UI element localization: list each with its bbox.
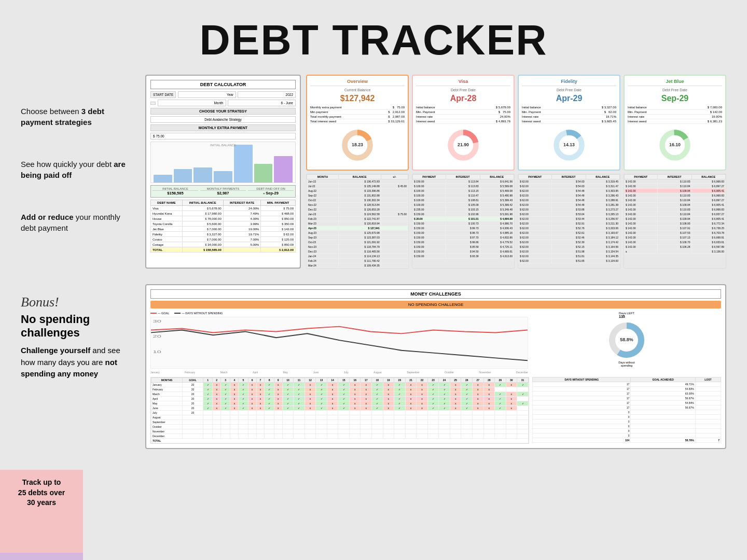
table-row: Apr-23$ 127,941 [307, 226, 408, 231]
table-row: Visa$ 5,678.0024.00%$ 75.00 [151, 206, 296, 211]
mc-line-chart: 30 20 10 [150, 317, 528, 369]
summary-initial-balance: INITIAL BALANCE $158,585 [153, 187, 198, 195]
svg-text:20: 20 [153, 334, 162, 339]
jetblue-card-value: Sep-29 [628, 94, 722, 103]
fidelity-card-header: Fidelity [522, 79, 616, 86]
table-row: Oct-22$ 130,302.34 [307, 198, 408, 203]
monthly-payments-label: MONTHLY PAYMENTS [200, 187, 246, 191]
table-row: Aug-22$ 133,396.86 [307, 189, 408, 193]
table-row: Cottage$ 34,000.005.00%$ 850.00 [151, 242, 296, 247]
list-item: May20✓x✓x✓xx✓x✓✓x✓x✓xx✓x✓xx✓✓x✓xx✓x✓ [151, 401, 529, 406]
annotation-monthly: Add or reduce your monthly debt payment [21, 212, 135, 233]
initial-balance-label: INITIAL BALANCE [153, 187, 198, 191]
visa-card-value: Apr-28 [416, 94, 510, 103]
mc-donut-area: Days LEFT 135 58.8% Days withoutspending [532, 312, 721, 367]
bonus-title: Bonus! [21, 295, 135, 310]
fidelity-payment-table: PAYMENT INTEREST BALANCE $ 62.00$ 54.63$… [518, 174, 620, 269]
mc-data-table: MONTHSGOAL 12345678910111213141516171819… [150, 377, 721, 444]
jetblue-card-header: Jet Blue [628, 79, 722, 86]
mc-grid: MONTHSGOAL 12345678910111213141516171819… [150, 377, 529, 444]
table-row: Jan-24$ 114,134.13 [307, 254, 408, 259]
col-min-payment: MIN. PAYMENT [261, 200, 296, 206]
no-spending-subtitle: NO SPENDING CHALLENGE [150, 301, 721, 309]
svg-text:16.10: 16.10 [669, 142, 681, 147]
spreadsheet-panel: DEBT CALCULATOR START DATE Year 2022 Mon… [145, 75, 301, 269]
col-initial-balance: INITIAL BALANCE [182, 200, 223, 206]
overview-card-sub: Current Balance [310, 88, 405, 92]
extra-payment-value[interactable]: $ 75.00 [150, 133, 296, 139]
payment-tables-row: MONTH BALANCE +/- Jun-22$ 136,472.83Jul-… [306, 174, 726, 269]
svg-text:21.90: 21.90 [458, 142, 469, 147]
spreadsheet-title: DEBT CALCULATOR [150, 80, 296, 89]
overview-card-header: Overview [310, 79, 405, 86]
bar-toyota [214, 171, 232, 183]
bubble-custom: Up to 5 customed challenges [0, 553, 83, 560]
table-row: Oct-23$ 121,091.92 [307, 240, 408, 245]
overview-donut: 18.23 [310, 127, 405, 163]
debt-paid-off-label: DEBT PAID OFF ON [248, 187, 294, 191]
table-row: Dec-22$ 126,653.28 [307, 207, 408, 212]
list-item: April20✓x✓x✓xx✓x✓✓x✓x✓xx✓x✓xx✓✓x✓xx✓x [151, 397, 529, 401]
overview-card-details: Monthly extra payment$ 75.00 Min payment… [310, 105, 405, 124]
page-title: DEBT TRACKER [0, 0, 747, 75]
list-item: July20 [151, 411, 529, 415]
overview-payment-table: MONTH BALANCE +/- Jun-22$ 136,472.83Jul-… [306, 174, 409, 269]
table-row-total: TOTAL$ 158,585.00$ 2,912.00 [151, 247, 296, 253]
list-item: March20✓x✓x✓xx✓x✓✓x✓x✓xx✓x✓xx✓✓x✓xx✓x✓ [151, 392, 529, 397]
bottom-annotation: Challenge yourself and see how many days… [21, 345, 135, 380]
bar-costco [254, 164, 273, 183]
visa-donut: 21.90 [416, 127, 510, 163]
annotation-strategies: Choose between 3 debt payment strategies [21, 106, 135, 128]
fidelity-donut: 14.13 [522, 127, 616, 163]
table-row: Sep-22$ 131,802.88 [307, 193, 408, 198]
jetblue-payment-table: PAYMENT INTEREST BALANCE $ 142.00$ 110.8… [624, 174, 726, 269]
list-item: October [151, 425, 529, 429]
fidelity-card-value: Apr-29 [522, 94, 616, 103]
bar-visa [154, 175, 172, 183]
table-row-total: TOTAL [151, 439, 529, 443]
svg-text:10: 10 [153, 349, 162, 354]
summary-debt-paid-off: DEBT PAID OFF ON ● Sep-29 [248, 187, 294, 195]
table-row: Nov-22$ 128,513.84 [307, 203, 408, 207]
extra-payment-label: MONTHLY EXTRA PAYMENT [150, 124, 296, 131]
strategy-value[interactable]: Debt Avalanche Strategy [150, 116, 296, 123]
mc-months: JanuaryFebruaryMarchApril MayJuneJulyAug… [150, 371, 528, 374]
table-row: Jet Blue$ 7,000.0019.00%$ 142.00 [151, 227, 296, 232]
initial-balance-value: $158,585 [153, 191, 198, 195]
col-debt-name: DEBT NAME [151, 200, 183, 206]
table-row: Jul-22$ 135,149.88$ 45.00 [307, 184, 408, 189]
table-row: Mar-24$ 109,434.35 [307, 263, 408, 268]
bottom-left-annotations: Bonus! No spending challenges Challenge … [21, 284, 135, 380]
table-row: Feb-23$ 122,741.87 [307, 217, 408, 221]
visa-card: Visa Debt Free Date Apr-28 Initial balan… [412, 75, 515, 171]
money-challenges-title: MONEY CHALLENGES [150, 289, 721, 299]
fidelity-card-sub: Debt Free Date [522, 88, 616, 92]
cards-area: Overview Current Balance $127,942 Monthl… [306, 75, 726, 269]
start-date-label: START DATE [150, 91, 176, 98]
fidelity-card: Fidelity Debt Free Date Apr-29 Initial b… [518, 75, 620, 171]
strategy-section-title: CHOOSE YOUR STRATEGY [150, 108, 296, 115]
summary-row: INITIAL BALANCE $158,585 MONTHLY PAYMENT… [150, 185, 296, 198]
summary-monthly-payments: MONTHLY PAYMENTS $2,987 [200, 187, 246, 195]
table-row: Costco$ 7,000.007.00%$ 125.00 [151, 237, 296, 242]
bar-hyundai [174, 169, 192, 183]
svg-text:18.23: 18.23 [352, 142, 363, 147]
col-interest-rate: INTEREST RATE [223, 200, 261, 206]
bar-chart: INITIAL BALANCE [150, 142, 296, 183]
visa-card-details: Initial balance$ 5,678.00 Min. Payment$ … [416, 105, 510, 124]
list-item: August [151, 415, 529, 420]
left-annotations: Choose between 3 debt payment strategies… [21, 75, 135, 233]
mc-right-area: Days LEFT 135 58.8% Days withoutspending [532, 312, 721, 374]
month-label-empty [150, 102, 156, 105]
overview-card: Overview Current Balance $127,942 Monthl… [306, 75, 409, 171]
fidelity-card-details: Initial balance$ 3,327.00 Min. Payment$ … [522, 105, 616, 124]
bar-jetblue [193, 167, 212, 183]
jetblue-card: Jet Blue Debt Free Date Sep-29 Initial b… [624, 75, 726, 171]
table-row: Fidelity$ 3,327.0019.71%$ 62.00 [151, 232, 296, 237]
year-value: 2022 [238, 91, 296, 98]
jetblue-card-details: Initial balance$ 7,000.00 Min. Payment$ … [628, 105, 722, 124]
mc-legend: — GOAL — DAYS WITHOUT SPENDING [150, 312, 528, 315]
bar-chart-title: INITIAL BALANCE [210, 144, 236, 147]
bar-cottage [274, 156, 293, 183]
visa-card-sub: Debt Free Date [416, 88, 510, 92]
